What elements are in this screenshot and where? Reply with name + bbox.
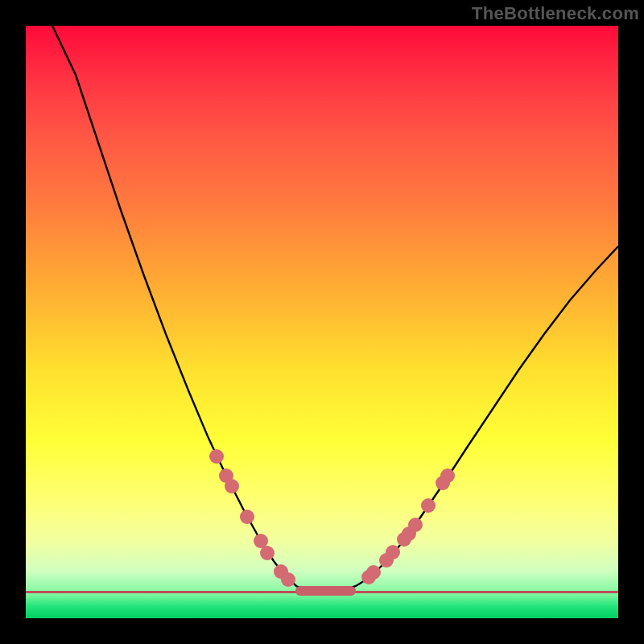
curve-marker-dot	[408, 518, 423, 532]
curve-marker-dot	[366, 565, 381, 580]
curve-marker-dot	[421, 498, 436, 513]
plot-area	[26, 26, 618, 618]
curve-marker-dot	[225, 479, 239, 493]
watermark-text: TheBottleneck.com	[472, 3, 639, 24]
curve-marker-dot	[240, 510, 254, 524]
curve-marker-dot	[260, 546, 275, 560]
bottleneck-curve	[26, 26, 618, 618]
curve-marker-dot	[281, 572, 295, 587]
chart-frame: TheBottleneck.com	[0, 0, 644, 644]
curve-marker-dot	[209, 449, 224, 464]
curve-marker-dot	[440, 469, 455, 483]
curve-marker-dot	[386, 545, 400, 559]
valley-flat-marker	[295, 586, 356, 596]
